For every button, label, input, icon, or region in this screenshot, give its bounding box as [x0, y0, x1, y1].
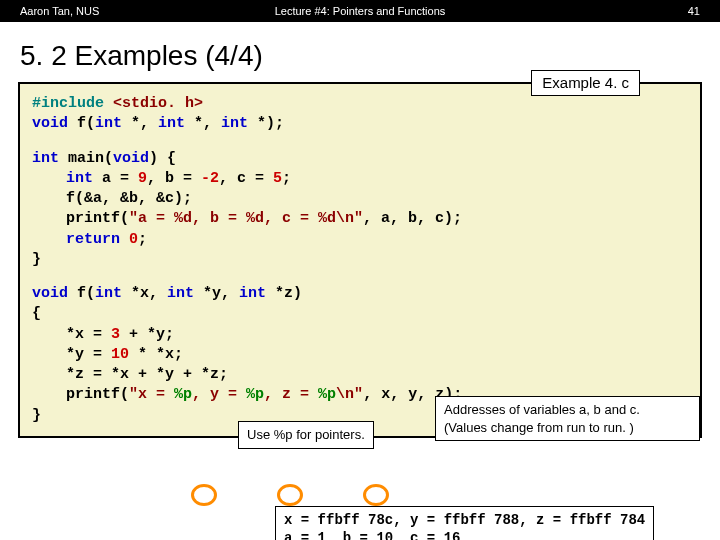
code-line: *x = 3 + *y;: [32, 325, 688, 345]
code-listing: Example 4. c #include <stdio. h> void f(…: [18, 82, 702, 438]
code-line: {: [32, 304, 688, 324]
output-box: x = ffbff 78c, y = ffbff 788, z = ffbff …: [275, 506, 654, 540]
header-author: Aaron Tan, NUS: [0, 5, 99, 17]
code-line: return 0;: [32, 230, 688, 250]
code-line: void f(int *, int *, int *);: [32, 114, 688, 134]
code-line: }: [32, 250, 688, 270]
highlight-circle-icon: [277, 484, 303, 506]
note-addresses: Addresses of variables a, b and c.(Value…: [435, 396, 700, 441]
header-bar: Aaron Tan, NUS Lecture #4: Pointers and …: [0, 0, 720, 22]
code-line: f(&a, &b, &c);: [32, 189, 688, 209]
code-line: *y = 10 * *x;: [32, 345, 688, 365]
example-label: Example 4. c: [531, 70, 640, 96]
highlight-circle-icon: [363, 484, 389, 506]
code-line: int a = 9, b = -2, c = 5;: [32, 169, 688, 189]
highlight-circle-icon: [191, 484, 217, 506]
code-line: *z = *x + *y + *z;: [32, 365, 688, 385]
header-page-num: 41: [688, 5, 700, 17]
code-line: int main(void) {: [32, 149, 688, 169]
code-line: printf("a = %d, b = %d, c = %d\n", a, b,…: [32, 209, 688, 229]
code-line: void f(int *x, int *y, int *z): [32, 284, 688, 304]
header-lecture: Lecture #4: Pointers and Functions: [275, 5, 446, 17]
code-line: #include <stdio. h>: [32, 94, 688, 114]
note-pointers: Use %p for pointers.: [238, 421, 374, 449]
